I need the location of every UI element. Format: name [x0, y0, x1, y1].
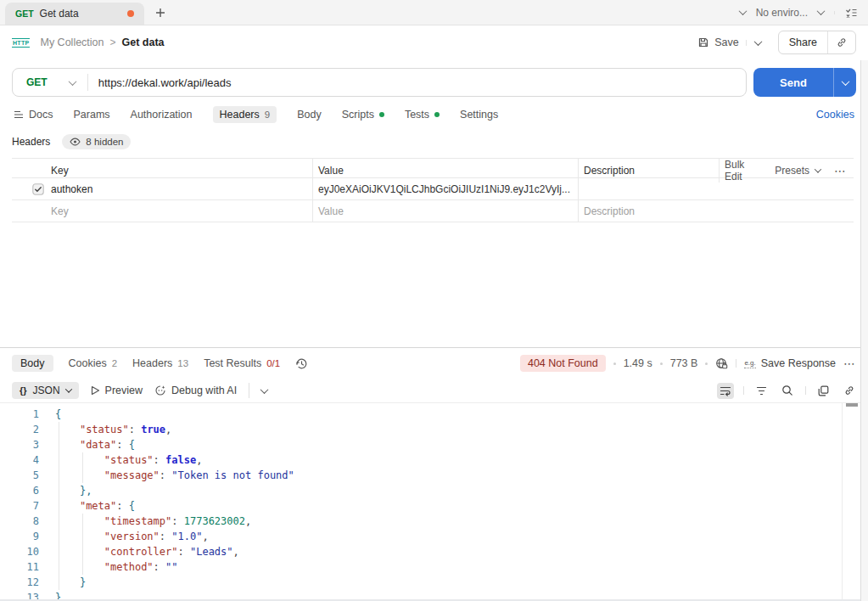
- response-size[interactable]: 773 B: [670, 357, 698, 369]
- headers-count: 9: [265, 110, 270, 120]
- send-button[interactable]: Send: [753, 68, 833, 97]
- tab-authorization[interactable]: Authorization: [131, 109, 193, 121]
- search-icon[interactable]: [779, 382, 796, 399]
- tab-docs[interactable]: Docs: [14, 109, 53, 121]
- value-input-placeholder[interactable]: Value: [312, 200, 578, 222]
- code-line: 7 "meta": {: [0, 498, 868, 514]
- code-line: 8 "timestamp": 1773623002,: [0, 514, 868, 529]
- save-options-chevron-icon[interactable]: [746, 40, 770, 46]
- line-number: 5: [0, 468, 44, 483]
- key-input-placeholder[interactable]: Key: [51, 200, 312, 222]
- format-selector[interactable]: {} JSON: [12, 382, 79, 399]
- tab-list-chevron-icon[interactable]: [740, 9, 746, 15]
- environment-selector[interactable]: No enviro...: [756, 7, 808, 19]
- preview-button[interactable]: Preview: [91, 385, 143, 396]
- request-tab[interactable]: GET Get data: [5, 3, 144, 25]
- presets-chevron-icon: [815, 166, 821, 172]
- line-number: 8: [0, 514, 44, 529]
- window-scroll-gutter[interactable]: [860, 60, 868, 601]
- line-number: 11: [0, 559, 44, 575]
- headers-section-header: Headers 8 hidden: [0, 126, 868, 156]
- response-time[interactable]: 1.49 s: [624, 357, 652, 369]
- response-more-icon[interactable]: ⋯: [843, 357, 856, 369]
- header-description-cell[interactable]: [578, 178, 854, 199]
- unsaved-changes-dot: [127, 10, 134, 17]
- code-line: 11 "method": "": [0, 559, 868, 575]
- tests-dot-icon: [434, 112, 440, 117]
- debug-label: Debug with AI: [171, 385, 237, 396]
- test-results-count: 0/1: [266, 358, 280, 368]
- headers-table: Key Value Description Bulk Edit Presets …: [12, 158, 854, 222]
- header-key-cell[interactable]: authoken: [51, 178, 312, 199]
- dot-separator: [660, 362, 663, 365]
- environment-quick-look-icon[interactable]: [845, 7, 858, 19]
- save-button[interactable]: Save: [697, 37, 739, 48]
- indent-guide: [82, 452, 83, 483]
- description-input-placeholder[interactable]: Description: [578, 200, 854, 222]
- line-number: 4: [0, 452, 44, 468]
- json-braces-icon: {}: [20, 385, 27, 396]
- method-value: GET: [26, 76, 48, 88]
- code-line: 2 "status": true,: [0, 422, 868, 437]
- copy-link-icon[interactable]: [827, 31, 855, 53]
- code-line: 1{: [0, 407, 868, 422]
- breadcrumb-request-name[interactable]: Get data: [122, 37, 165, 48]
- tab-body[interactable]: Body: [297, 109, 322, 121]
- response-tab-test-results[interactable]: Test Results 0/1: [204, 357, 280, 369]
- status-badge[interactable]: 404 Not Found: [520, 355, 606, 372]
- method-chevron-icon: [68, 77, 76, 86]
- row-checkbox[interactable]: [12, 178, 51, 199]
- link-icon[interactable]: [841, 382, 858, 399]
- format-label: JSON: [33, 385, 60, 396]
- method-selector[interactable]: GET: [13, 76, 87, 88]
- network-info-icon[interactable]: [715, 357, 728, 370]
- response-history-icon[interactable]: [295, 357, 308, 370]
- code-scrollbar-track[interactable]: [842, 403, 860, 601]
- hidden-headers-toggle[interactable]: 8 hidden: [62, 134, 131, 149]
- tab-label: Body: [20, 357, 45, 369]
- response-meta-divider: [736, 359, 736, 368]
- presets-dropdown[interactable]: Presets: [775, 165, 820, 177]
- new-tab-icon[interactable]: [154, 7, 166, 19]
- tab-settings[interactable]: Settings: [460, 109, 498, 121]
- topbar-divider: [834, 11, 835, 14]
- http-request-icon: HTTP: [12, 38, 30, 48]
- save-response-button[interactable]: e.g. Save Response: [744, 357, 836, 369]
- breadcrumb-collection[interactable]: My Collection: [40, 37, 104, 48]
- code-scrollbar-thumb[interactable]: [846, 403, 858, 407]
- url-input[interactable]: [88, 76, 746, 89]
- cookies-link[interactable]: Cookies: [816, 109, 854, 121]
- toolbar-divider: [249, 383, 249, 398]
- tab-params[interactable]: Params: [73, 109, 109, 121]
- table-row-empty[interactable]: Key Value Description: [12, 200, 854, 222]
- debug-with-ai-button[interactable]: Debug with AI: [154, 385, 237, 396]
- headers-table-header-row: Key Value Description Bulk Edit Presets …: [12, 159, 854, 178]
- share-button[interactable]: Share: [779, 37, 827, 48]
- response-tab-cookies[interactable]: Cookies 2: [69, 357, 118, 369]
- breadcrumb-bar: HTTP My Collection > Get data Save Share: [0, 25, 868, 59]
- table-row[interactable]: authoken eyJ0eXAiOiJKV1QiLCJhbGciOiJIUzI…: [12, 178, 854, 200]
- response-headers-count: 13: [177, 358, 188, 368]
- tab-label: Settings: [460, 109, 498, 121]
- cookies-count: 2: [112, 358, 117, 368]
- response-tab-body[interactable]: Body: [12, 355, 53, 372]
- response-body-viewer[interactable]: 1{2 "status": true,3 "data": {4 "status"…: [0, 403, 868, 601]
- tab-scripts[interactable]: Scripts: [342, 109, 384, 121]
- tab-headers[interactable]: Headers 9: [213, 106, 277, 123]
- request-tabs: Docs Params Authorization Headers 9 Body…: [0, 104, 868, 126]
- send-options-chevron-icon[interactable]: [833, 68, 856, 97]
- wrap-text-icon[interactable]: [717, 383, 734, 399]
- tab-tests[interactable]: Tests: [405, 109, 440, 121]
- response-toolbar: {} JSON Preview Debug with AI: [0, 379, 868, 403]
- table-more-icon[interactable]: ⋯: [834, 165, 847, 177]
- tab-label: Cookies: [69, 357, 107, 369]
- visualize-chevron-icon[interactable]: [261, 388, 267, 394]
- copy-icon[interactable]: [815, 383, 832, 399]
- tab-label: Scripts: [342, 109, 374, 121]
- code-line: 6 },: [0, 483, 868, 498]
- toolbar-icons-divider: [743, 386, 744, 395]
- header-value-cell[interactable]: eyJ0eXAiOiJKV1QiLCJhbGciOiJIUzI1NiJ9.eyJ…: [312, 178, 578, 199]
- response-tab-headers[interactable]: Headers 13: [132, 357, 188, 369]
- environment-chevron-icon[interactable]: [818, 9, 824, 15]
- filter-icon[interactable]: [753, 384, 770, 398]
